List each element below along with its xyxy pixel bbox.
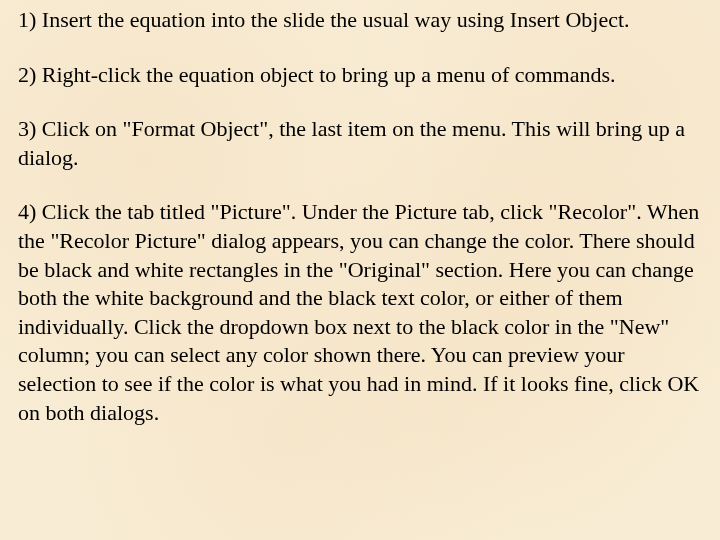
step-number: 3) [18, 116, 36, 141]
step-text: Insert the equation into the slide the u… [42, 7, 630, 32]
step-1: 1) Insert the equation into the slide th… [18, 6, 702, 35]
step-3: 3) Click on "Format Object", the last it… [18, 115, 702, 172]
step-text: Click on "Format Object", the last item … [18, 116, 685, 170]
step-4: 4) Click the tab titled "Picture". Under… [18, 198, 702, 427]
step-number: 2) [18, 62, 36, 87]
step-2: 2) Right-click the equation object to br… [18, 61, 702, 90]
step-text: Click the tab titled "Picture". Under th… [18, 199, 699, 424]
step-text: Right-click the equation object to bring… [42, 62, 616, 87]
step-number: 1) [18, 7, 36, 32]
instruction-list: 1) Insert the equation into the slide th… [0, 0, 720, 427]
step-number: 4) [18, 199, 36, 224]
